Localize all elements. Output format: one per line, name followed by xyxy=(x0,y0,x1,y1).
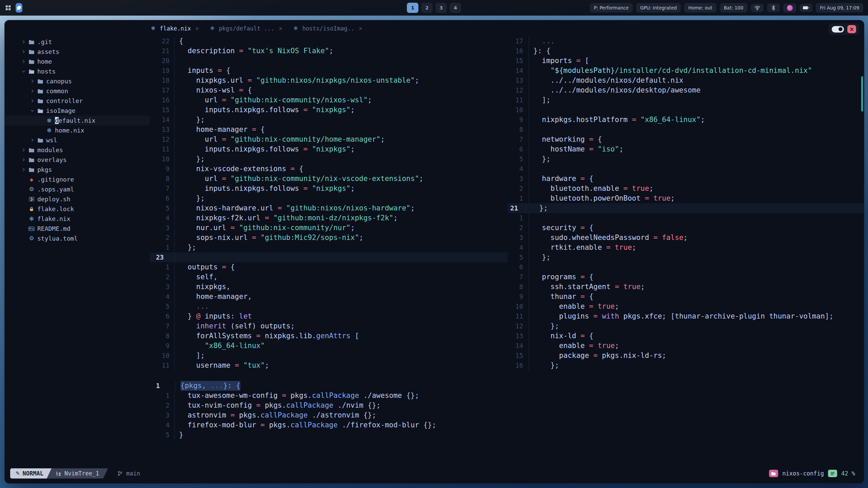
tree-item-assets[interactable]: assets xyxy=(5,47,150,57)
chevron-right-icon[interactable] xyxy=(30,99,35,103)
code-line[interactable]: 8 forAllSystems = nixpkgs.lib.genAttrs [ xyxy=(150,331,508,341)
code-line[interactable]: 6 }; xyxy=(150,194,508,203)
scrollbar-thumb[interactable] xyxy=(861,76,863,111)
code-line[interactable]: 1{pkgs, ...}: { xyxy=(150,381,864,391)
code-line[interactable]: 10 ]; xyxy=(150,351,508,361)
window-close-button[interactable]: × xyxy=(847,25,856,33)
color-dot-pill[interactable] xyxy=(783,3,796,13)
code-line[interactable]: 7 networking = { xyxy=(508,135,864,144)
code-line[interactable]: 3 hardware = { xyxy=(508,174,864,184)
code-line[interactable]: 2 bluetooth.enable = true; xyxy=(508,184,864,194)
code-line[interactable]: 14 "${modulesPath}/installer/cd-dvd/inst… xyxy=(508,66,864,76)
pane-pkgs-default-nix[interactable]: 1{pkgs, ...}: {1 tux-awesome-wm-config =… xyxy=(150,381,864,442)
chevron-right-icon[interactable] xyxy=(30,89,35,93)
code-line[interactable]: 2 sops-nix.url = "github:Mic92/sops-nix"… xyxy=(150,233,508,243)
code-line[interactable]: 10 }; xyxy=(150,154,508,164)
code-line[interactable]: 1 }; xyxy=(150,243,508,252)
code-line[interactable]: 13 home-manager = { xyxy=(150,125,508,135)
code-line[interactable]: 3 nixpkgs, xyxy=(150,282,508,292)
code-line[interactable]: 13 ../../modules/nixos/default.nix xyxy=(508,76,864,85)
tree-item-canopus[interactable]: canopus xyxy=(5,76,150,86)
code-line[interactable]: 20 xyxy=(150,56,508,66)
code-line[interactable]: 22{ xyxy=(150,36,508,46)
chevron-right-icon[interactable] xyxy=(21,167,26,172)
code-line[interactable]: 10 xyxy=(508,105,864,115)
code-line[interactable]: 4 firefox-mod-blur = pkgs.callPackage ./… xyxy=(150,420,864,430)
code-line[interactable]: 11 ]; xyxy=(508,95,864,105)
tree-item-controller[interactable]: controller xyxy=(5,96,150,106)
wifi-pill[interactable] xyxy=(751,4,764,12)
code-line[interactable]: 7 inherit (self) outputs; xyxy=(150,321,508,331)
code-line[interactable]: 23 xyxy=(150,252,508,262)
tab-close-icon[interactable]: × xyxy=(195,25,199,32)
code-line[interactable]: 4 rtkit.enable = true; xyxy=(508,243,864,252)
tree-item-stylua.toml[interactable]: ⚙stylua.toml xyxy=(5,233,150,243)
code-line[interactable]: 15 inputs.nixpkgs.follows = "nixpkgs"; xyxy=(150,105,508,115)
code-line[interactable]: 5 }; xyxy=(508,154,864,164)
tab-close-icon[interactable]: × xyxy=(279,25,282,32)
tab-close-icon[interactable]: × xyxy=(359,25,362,32)
status-pill[interactable]: P: Performance xyxy=(590,3,633,13)
code-line[interactable]: 4 xyxy=(508,164,864,174)
code-line[interactable]: 11 plugins = with pkgs.xfce; [thunar-arc… xyxy=(508,311,864,321)
tree-item-home[interactable]: home xyxy=(5,57,150,66)
workspace-4[interactable]: 4 xyxy=(450,3,461,13)
code-line[interactable]: 9 nixpkgs.hostPlatform = "x86_64-linux"; xyxy=(508,115,864,125)
chevron-right-icon[interactable] xyxy=(21,148,26,152)
code-line[interactable]: 12 ../../modules/nixos/desktop/awesome xyxy=(508,85,864,95)
tree-item-.sops.yaml[interactable]: ⚙.sops.yaml xyxy=(5,184,150,194)
code-line[interactable]: 2 self, xyxy=(150,272,508,282)
code-line[interactable]: 19 inputs = { xyxy=(150,66,508,76)
workspace-1[interactable]: 1 xyxy=(407,3,418,13)
code-line[interactable]: 14 enable = true; xyxy=(508,341,864,351)
chevron-right-icon[interactable] xyxy=(21,40,26,44)
tree-item-flake.nix[interactable]: ❄flake.nix xyxy=(5,214,150,224)
code-line[interactable]: 3 sudo.wheelNeedsPassword = false; xyxy=(508,233,864,243)
status-pill[interactable]: Home: out xyxy=(684,3,716,13)
tab-pkgs/default ...[interactable]: ❄pkgs/default ...× xyxy=(209,25,282,32)
code-line[interactable]: 4 home-manager, xyxy=(150,292,508,302)
code-line[interactable]: 10 enable = true; xyxy=(508,302,864,311)
code-line[interactable]: 9 "x86_64-linux" xyxy=(150,341,508,351)
tree-item-home.nix[interactable]: ❄home.nix xyxy=(5,125,150,135)
tree-item-modules[interactable]: modules xyxy=(5,145,150,155)
code-line[interactable]: 6 } @ inputs: let xyxy=(150,311,508,321)
code-line[interactable]: 15 imports = [ xyxy=(508,56,864,66)
workspace-3[interactable]: 3 xyxy=(435,3,447,13)
code-line[interactable]: 8 xyxy=(508,125,864,135)
code-line[interactable]: 4 nixpkgs-f2k.url = "github:moni-dz/nixp… xyxy=(150,213,508,223)
code-line[interactable]: 16 url = "github:nix-community/nixos-wsl… xyxy=(150,95,508,105)
code-line[interactable]: 11 inputs.nixpkgs.follows = "nixpkgs"; xyxy=(150,144,508,154)
tree-item-README.md[interactable]: README.md xyxy=(5,224,150,233)
chevron-right-icon[interactable] xyxy=(21,59,26,64)
code-line[interactable]: 16}: { xyxy=(508,46,864,56)
code-line[interactable]: 16 }; xyxy=(508,361,864,370)
battery-pill[interactable] xyxy=(800,4,812,12)
code-line[interactable]: 12 }; xyxy=(508,321,864,331)
chevron-right-icon[interactable] xyxy=(21,49,26,54)
code-line[interactable]: 6 xyxy=(508,262,864,272)
code-line[interactable]: 1 bluetooth.powerOnBoot = true; xyxy=(508,194,864,203)
code-line[interactable]: 12 url = "github:nix-community/home-mana… xyxy=(150,135,508,144)
code-line[interactable]: 5 }; xyxy=(508,252,864,262)
code-line[interactable]: 8 ssh.startAgent = true; xyxy=(508,282,864,292)
tree-item-flake.lock[interactable]: flake.lock xyxy=(5,204,150,214)
status-pill[interactable]: Bat: 100 xyxy=(720,3,747,13)
chevron-right-icon[interactable] xyxy=(30,79,35,83)
code-line[interactable]: 9 nix-vscode-extensions = { xyxy=(150,164,508,174)
code-line[interactable]: 6 hostName = "iso"; xyxy=(508,144,864,154)
code-line[interactable]: 5 ... xyxy=(150,302,508,311)
code-line[interactable]: 5 nixos-hardware.url = "github:nixos/nix… xyxy=(150,203,508,213)
toggle-icon[interactable] xyxy=(832,26,844,33)
code-line[interactable]: 5} xyxy=(150,430,864,440)
code-line[interactable]: 9 thunar = { xyxy=(508,292,864,302)
chevron-right-icon[interactable] xyxy=(21,158,26,162)
code-line[interactable]: 17 ... xyxy=(508,36,864,46)
tree-item-isoImage[interactable]: isoImage xyxy=(5,106,150,116)
tree-item-common[interactable]: common xyxy=(5,86,150,96)
code-line[interactable]: 21 description = "tux's NixOS Flake"; xyxy=(150,46,508,56)
tab-flake.nix[interactable]: ❄flake.nix× xyxy=(150,25,199,32)
tree-item-wsl[interactable]: wsl xyxy=(5,135,150,145)
code-line[interactable]: 13 nix-ld = { xyxy=(508,331,864,341)
code-line[interactable]: 11 username = "tux"; xyxy=(150,361,508,370)
